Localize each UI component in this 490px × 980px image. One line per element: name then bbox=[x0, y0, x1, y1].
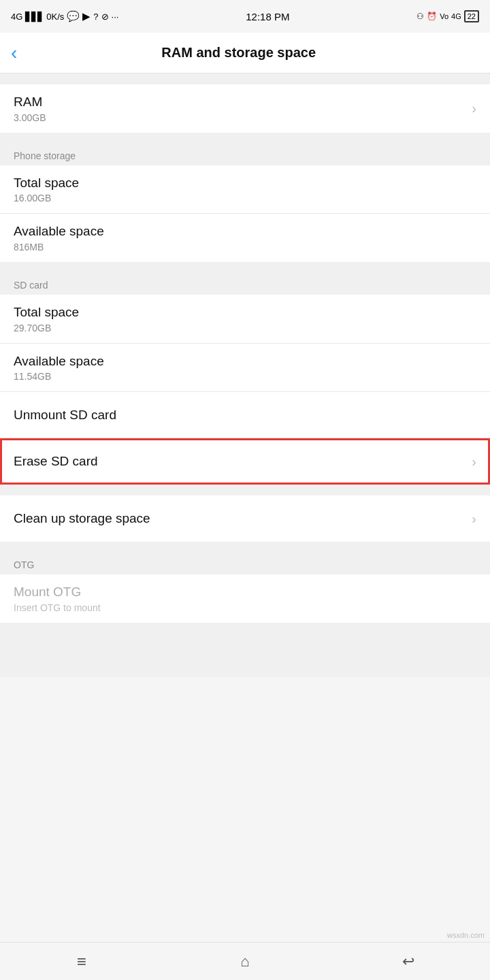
sd-available-text: Available space 11.54GB bbox=[14, 353, 476, 382]
nav-home-button[interactable]: ⌂ bbox=[218, 943, 272, 980]
cleanup-section: Clean up storage space › bbox=[0, 495, 490, 542]
phone-total-title: Total space bbox=[14, 175, 476, 192]
phone-available-subtitle: 816MB bbox=[14, 242, 476, 252]
app-bar: ‹ RAM and storage space bbox=[0, 33, 490, 74]
sd-total-title: Total space bbox=[14, 304, 476, 321]
ram-chevron: › bbox=[472, 101, 476, 116]
ram-subtitle: 3.00GB bbox=[14, 112, 465, 123]
mount-otg-text: Mount OTG Insert OTG to mount bbox=[14, 584, 476, 613]
phone-available-text: Available space 816MB bbox=[14, 223, 476, 252]
status-time: 12:18 PM bbox=[246, 11, 289, 22]
menu-icon: ≡ bbox=[77, 952, 86, 971]
4g-icon: 4G bbox=[451, 12, 461, 20]
signal-bars: ▋▋▋ bbox=[25, 12, 44, 22]
ram-title: RAM bbox=[14, 94, 465, 111]
sd-available-title: Available space bbox=[14, 353, 476, 370]
page-title: RAM and storage space bbox=[28, 45, 449, 61]
slash-icon: ⊘ bbox=[101, 12, 109, 22]
erase-sd-item[interactable]: Erase SD card › bbox=[0, 438, 490, 485]
sd-card-header: SD card bbox=[0, 273, 490, 295]
clean-storage-item[interactable]: Clean up storage space › bbox=[0, 495, 490, 542]
alarm-icon: ⏰ bbox=[427, 12, 437, 21]
unmount-sd-title: Unmount SD card bbox=[14, 407, 476, 424]
mount-otg-title: Mount OTG bbox=[14, 584, 476, 601]
ram-item[interactable]: RAM 3.00GB › bbox=[0, 84, 490, 133]
phone-total-subtitle: 16.00GB bbox=[14, 193, 476, 203]
phone-available-item: Available space 816MB bbox=[0, 214, 490, 262]
erase-sd-text: Erase SD card bbox=[14, 453, 465, 470]
whatsapp-icon: 💬 bbox=[67, 10, 80, 22]
phone-total-text: Total space 16.00GB bbox=[14, 175, 476, 204]
mount-otg-item: Mount OTG Insert OTG to mount bbox=[0, 574, 490, 623]
back-button[interactable]: ‹ bbox=[11, 44, 17, 63]
content-area: RAM 3.00GB › Phone storage Total space 1… bbox=[0, 74, 490, 677]
phone-storage-header: Phone storage bbox=[0, 144, 490, 165]
mount-otg-subtitle: Insert OTG to mount bbox=[14, 602, 476, 613]
sd-total-subtitle: 29.70GB bbox=[14, 323, 476, 333]
data-speed: 0K/s bbox=[46, 12, 64, 22]
sd-total-item: Total space 29.70GB bbox=[0, 295, 490, 344]
status-bar: 4G ▋▋▋ 0K/s 💬 ▶ ? ⊘ ··· 12:18 PM ⚇ ⏰ Vo … bbox=[0, 0, 490, 33]
clean-storage-chevron: › bbox=[472, 511, 476, 527]
otg-section: Mount OTG Insert OTG to mount bbox=[0, 574, 490, 623]
unmount-sd-text: Unmount SD card bbox=[14, 407, 476, 424]
bluetooth-icon: ⚇ bbox=[416, 12, 424, 21]
sd-card-section: Total space 29.70GB Available space 11.5… bbox=[0, 295, 490, 485]
more-icon: ··· bbox=[112, 12, 119, 22]
erase-sd-title: Erase SD card bbox=[14, 453, 465, 470]
phone-storage-section: Total space 16.00GB Available space 816M… bbox=[0, 165, 490, 262]
home-icon: ⌂ bbox=[240, 953, 249, 970]
nav-bar: ≡ ⌂ ↩ bbox=[0, 942, 490, 980]
status-left: 4G ▋▋▋ 0K/s 💬 ▶ ? ⊘ ··· bbox=[11, 10, 118, 22]
watermark: wsxdn.com bbox=[447, 931, 485, 939]
battery-indicator: 22 bbox=[464, 10, 479, 22]
phone-total-item: Total space 16.00GB bbox=[0, 165, 490, 214]
clean-storage-title: Clean up storage space bbox=[14, 510, 465, 527]
network-info: 4G bbox=[11, 12, 22, 22]
phone-available-title: Available space bbox=[14, 223, 476, 240]
nav-back-button[interactable]: ↩ bbox=[381, 943, 436, 980]
volte-icon: Vo bbox=[440, 12, 448, 20]
clean-storage-text: Clean up storage space bbox=[14, 510, 465, 527]
back-nav-icon: ↩ bbox=[402, 953, 414, 970]
nav-menu-button[interactable]: ≡ bbox=[54, 943, 109, 980]
otg-header: OTG bbox=[0, 553, 490, 574]
youtube-icon: ▶ bbox=[82, 10, 91, 22]
ram-section: RAM 3.00GB › bbox=[0, 84, 490, 133]
help-icon: ? bbox=[93, 12, 98, 22]
ram-item-text: RAM 3.00GB bbox=[14, 94, 465, 123]
unmount-sd-item[interactable]: Unmount SD card bbox=[0, 392, 490, 438]
status-right: ⚇ ⏰ Vo 4G 22 bbox=[416, 10, 479, 22]
sd-available-subtitle: 11.54GB bbox=[14, 371, 476, 382]
sd-total-text: Total space 29.70GB bbox=[14, 304, 476, 333]
erase-sd-chevron: › bbox=[472, 454, 476, 470]
sd-available-item: Available space 11.54GB bbox=[0, 344, 490, 393]
